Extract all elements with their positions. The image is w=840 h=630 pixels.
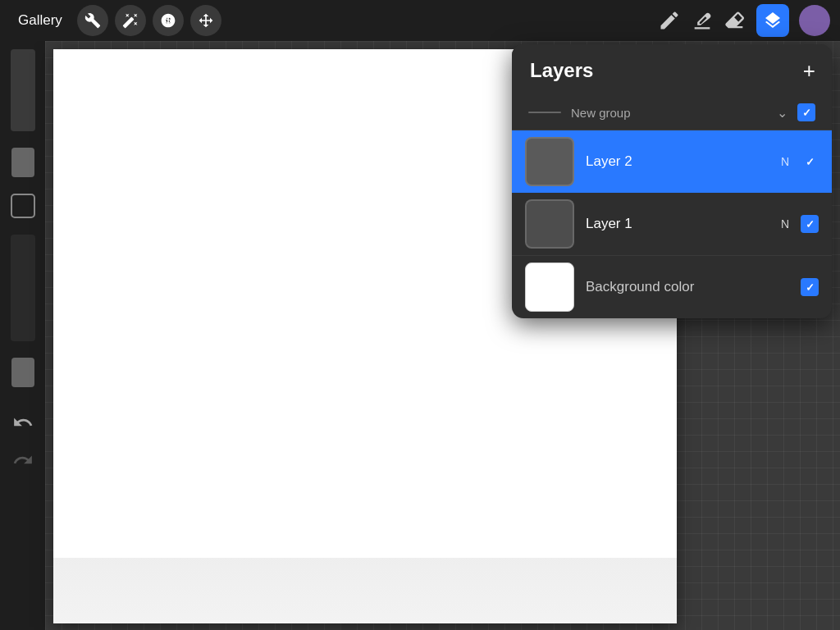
color-strip-primary[interactable] xyxy=(11,49,35,131)
transform-button[interactable] xyxy=(190,5,221,36)
magic-wand-button[interactable] xyxy=(115,5,146,36)
layers-panel: Layers + New group ⌄ Layer 2 N Layer 1 N… xyxy=(512,44,832,318)
background-name: Background color xyxy=(586,279,801,295)
wrench-icon xyxy=(84,12,101,29)
layer-row-layer2[interactable]: Layer 2 N xyxy=(512,130,832,193)
layers-stack-icon xyxy=(763,11,783,30)
add-layer-button[interactable]: + xyxy=(803,60,815,81)
layers-panel-header: Layers + xyxy=(512,44,832,95)
selection-shape-tool[interactable] xyxy=(11,194,35,218)
layer1-thumbnail xyxy=(525,199,574,249)
background-thumbnail xyxy=(525,262,574,312)
layer2-visibility-checkbox[interactable] xyxy=(801,153,819,171)
transform-icon xyxy=(198,12,214,29)
top-toolbar: Gallery S xyxy=(0,0,840,41)
layer1-name: Layer 1 xyxy=(586,216,781,232)
layer2-name: Layer 2 xyxy=(586,153,781,170)
canvas-shadow xyxy=(53,558,677,623)
smudge-icon xyxy=(691,9,714,32)
undo-icon xyxy=(12,412,34,433)
selection-icon: S xyxy=(160,12,176,29)
layer2-info: Layer 2 N xyxy=(586,153,801,170)
brush-size-slider[interactable] xyxy=(11,148,34,177)
opacity-slider[interactable] xyxy=(11,358,34,387)
color-strip-secondary[interactable] xyxy=(11,235,35,341)
new-group-visibility-checkbox[interactable] xyxy=(797,103,815,121)
right-tool-group xyxy=(658,4,830,37)
gallery-button[interactable]: Gallery xyxy=(10,7,71,34)
settings-button[interactable] xyxy=(77,5,108,36)
eraser-icon xyxy=(724,9,746,32)
left-sidebar xyxy=(0,41,45,630)
user-avatar-button[interactable] xyxy=(799,5,830,36)
undo-button[interactable] xyxy=(12,412,34,437)
layer2-thumbnail xyxy=(525,137,574,186)
svg-text:S: S xyxy=(165,14,171,25)
smudge-tool[interactable] xyxy=(691,9,714,32)
layers-button[interactable] xyxy=(756,4,789,37)
left-tool-group: S xyxy=(77,5,221,36)
chevron-down-icon: ⌄ xyxy=(777,105,788,121)
new-group-label: New group xyxy=(571,106,777,120)
redo-icon xyxy=(12,450,34,471)
layer-row-layer1[interactable]: Layer 1 N xyxy=(512,193,832,256)
group-indent-line xyxy=(528,112,561,113)
magic-wand-icon xyxy=(122,12,139,29)
layer1-info: Layer 1 N xyxy=(586,216,801,232)
eraser-tool[interactable] xyxy=(724,9,746,32)
pen-icon xyxy=(658,9,681,32)
pen-tool[interactable] xyxy=(658,9,681,32)
layer1-visibility-checkbox[interactable] xyxy=(801,215,819,233)
background-info: Background color xyxy=(586,279,801,295)
layer1-blend-mode: N xyxy=(781,217,789,231)
background-color-row[interactable]: Background color xyxy=(512,256,832,318)
layer2-blend-mode: N xyxy=(781,155,789,168)
selection-button[interactable]: S xyxy=(153,5,184,36)
layers-panel-title: Layers xyxy=(530,59,593,82)
new-group-row[interactable]: New group ⌄ xyxy=(512,95,832,130)
redo-button[interactable] xyxy=(12,450,34,475)
background-visibility-checkbox[interactable] xyxy=(801,278,819,296)
